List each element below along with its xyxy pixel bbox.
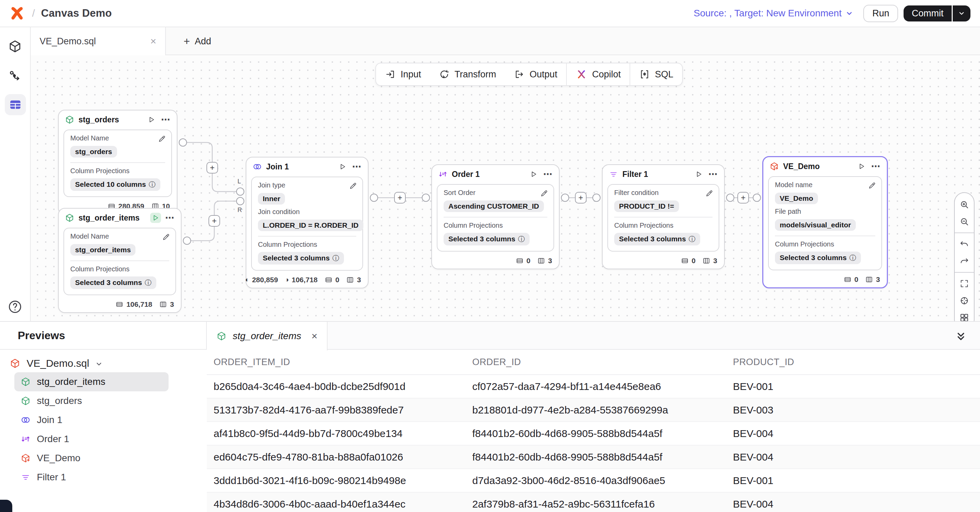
chat-widget[interactable]: [0, 500, 12, 512]
row-count: 106,718: [115, 300, 152, 309]
field-value-pill[interactable]: PRODUCT_ID !=: [614, 200, 679, 212]
tree-item-filter-1[interactable]: Filter 1: [14, 468, 169, 487]
sql-button[interactable]: SQL: [630, 63, 682, 85]
canvas-node-filter-1[interactable]: Filter 1 ⋯ Filter condition PRODUCT_ID !…: [602, 164, 725, 269]
edge-add-node-button[interactable]: +: [737, 192, 749, 203]
preview-tab-stg-order-items[interactable]: stg_order_items ×: [207, 322, 328, 350]
field-value-pill[interactable]: Selected 3 columnsⓘ: [258, 252, 344, 265]
add-output-button[interactable]: Output: [505, 63, 566, 85]
node-menu-button[interactable]: ⋯: [871, 163, 881, 170]
edge-add-node-button[interactable]: +: [575, 192, 587, 203]
copilot-button[interactable]: Copilot: [567, 63, 630, 85]
field-value-pill[interactable]: VE_Demo: [775, 193, 818, 204]
canvas-node-join-1[interactable]: Join 1 ⋯ Join type Inner Join condition …: [246, 157, 369, 288]
port-join-left-in[interactable]: [236, 187, 244, 196]
tree-item-join-1[interactable]: Join 1: [14, 411, 169, 430]
field-value-pill[interactable]: Ascending CUSTOMER_ID: [444, 200, 544, 212]
add-input-button[interactable]: Input: [376, 63, 430, 85]
edit-icon[interactable]: [868, 182, 876, 190]
model-cube-icon: [65, 115, 75, 124]
port-filter-in[interactable]: [592, 193, 601, 202]
field-value-pill[interactable]: models/visual_editor: [775, 219, 856, 231]
field-value-pill[interactable]: Selected 3 columnsⓘ: [775, 252, 861, 264]
canvas-node-order-1[interactable]: Order 1 ⋯ Sort Order Ascending CUSTOMER_…: [431, 164, 560, 269]
field-value-pill[interactable]: stg_order_items: [70, 244, 135, 256]
canvas-node-stg-orders[interactable]: stg_orders ⋯ Model Name stg_orders Colum…: [58, 110, 177, 215]
port-join-right-in[interactable]: [236, 197, 244, 205]
tab-ve-demo-sql[interactable]: VE_Demo.sql ×: [31, 27, 166, 55]
tree-item-stg-orders[interactable]: stg_orders: [14, 392, 169, 411]
table-row[interactable]: b265d0a4-3c46-4ae4-b0db-dcbe25df901dcf07…: [207, 375, 980, 398]
center-view-button[interactable]: [956, 292, 972, 309]
port-filter-out[interactable]: [726, 193, 734, 202]
edit-icon[interactable]: [705, 190, 713, 198]
canvas-node-ve-demo[interactable]: VE_Demo ⋯ Model name VE_Demo File path m…: [762, 156, 888, 288]
port-order-out[interactable]: [561, 193, 569, 202]
edge-add-node-button[interactable]: +: [394, 192, 406, 203]
edge-add-node-button[interactable]: +: [207, 162, 218, 173]
tree-item-order-1[interactable]: Order 1: [14, 430, 169, 449]
node-menu-button[interactable]: ⋯: [352, 163, 362, 170]
node-menu-button[interactable]: ⋯: [708, 171, 718, 178]
node-menu-button[interactable]: ⋯: [165, 214, 175, 221]
port-vedemo-in[interactable]: [753, 193, 761, 202]
canvas-node-stg-order-items[interactable]: stg_order_items ⋯ Model Name stg_order_i…: [58, 208, 181, 313]
field-value-pill[interactable]: Selected 3 columnsⓘ: [614, 233, 700, 246]
commit-button[interactable]: Commit: [904, 5, 952, 21]
close-tab-icon[interactable]: ×: [150, 36, 156, 46]
redo-button[interactable]: [956, 253, 972, 269]
column-header[interactable]: ORDER_ID: [472, 357, 733, 368]
port-stg-orders-out[interactable]: [179, 138, 187, 147]
app-logo[interactable]: [10, 6, 25, 21]
environment-selector[interactable]: Source: , Target: New Environment: [694, 8, 854, 19]
field-value-pill[interactable]: Selected 10 columnsⓘ: [70, 178, 161, 191]
field-value-pill[interactable]: L.ORDER_ID = R.ORDER_ID: [258, 220, 363, 231]
run-button[interactable]: Run: [863, 5, 898, 22]
close-preview-tab-icon[interactable]: ×: [312, 330, 318, 342]
column-header[interactable]: PRODUCT_ID: [733, 357, 980, 368]
edit-icon[interactable]: [162, 233, 170, 241]
run-node-button[interactable]: [528, 169, 539, 179]
undo-button[interactable]: [956, 236, 972, 252]
table-row[interactable]: ed604c75-dfe9-4780-81ba-b88a0fa01026f844…: [207, 445, 980, 469]
port-stg-order-items-out[interactable]: [183, 236, 191, 245]
zoom-out-button[interactable]: [956, 213, 972, 230]
field-value-pill[interactable]: stg_orders: [70, 146, 117, 157]
table-row[interactable]: 3ddd1b6d-3021-4f16-b09c-980214b9498ed7da…: [207, 469, 980, 493]
run-node-button[interactable]: [146, 114, 157, 125]
controls-divider: [955, 233, 974, 233]
edge-add-node-button[interactable]: +: [208, 215, 220, 227]
run-node-button[interactable]: [337, 162, 348, 172]
tree-item-ve-demo[interactable]: VE_Demo: [14, 449, 169, 468]
tree-item-ve-demo-sql[interactable]: VE_Demo.sql: [0, 355, 207, 372]
edit-icon[interactable]: [349, 182, 357, 190]
add-tab-button[interactable]: + Add: [175, 27, 220, 55]
add-transform-button[interactable]: Transform: [430, 63, 505, 85]
rail-models-button[interactable]: [7, 38, 23, 54]
run-node-button[interactable]: [856, 161, 867, 171]
node-menu-button[interactable]: ⋯: [543, 171, 553, 178]
port-order-in[interactable]: [422, 193, 430, 202]
field-value-pill[interactable]: Selected 3 columnsⓘ: [70, 276, 156, 289]
rail-lineage-button[interactable]: [7, 68, 23, 84]
commit-dropdown-button[interactable]: [953, 5, 970, 21]
port-join-out[interactable]: [370, 193, 378, 202]
node-menu-button[interactable]: ⋯: [161, 116, 170, 123]
table-row[interactable]: 513173b7-82d4-4176-aa7f-99b8389fede7b218…: [207, 398, 980, 422]
column-header[interactable]: ORDER_ITEM_ID: [213, 357, 472, 368]
collapse-panel-button[interactable]: [955, 329, 969, 343]
edit-icon[interactable]: [540, 190, 548, 198]
edit-icon[interactable]: [158, 135, 166, 143]
tree-item-stg-order-items[interactable]: stg_order_items: [14, 372, 169, 392]
field-value-pill[interactable]: Inner: [258, 193, 285, 204]
field-value-pill[interactable]: Selected 3 columnsⓘ: [444, 233, 530, 246]
zoom-in-button[interactable]: [956, 197, 972, 213]
rail-table-button[interactable]: [5, 94, 26, 115]
chevron-down-icon[interactable]: [95, 360, 103, 368]
run-node-button[interactable]: [694, 169, 704, 179]
run-node-button[interactable]: [150, 213, 161, 223]
table-row[interactable]: 4b34d8d6-3006-4b0c-aaad-b40ef1a344ec2af3…: [207, 493, 980, 512]
table-row[interactable]: af41b8c0-9f5d-44d9-bb7d-7800c49be134f844…: [207, 422, 980, 445]
fit-view-button[interactable]: [956, 276, 972, 292]
help-button[interactable]: [8, 299, 22, 314]
